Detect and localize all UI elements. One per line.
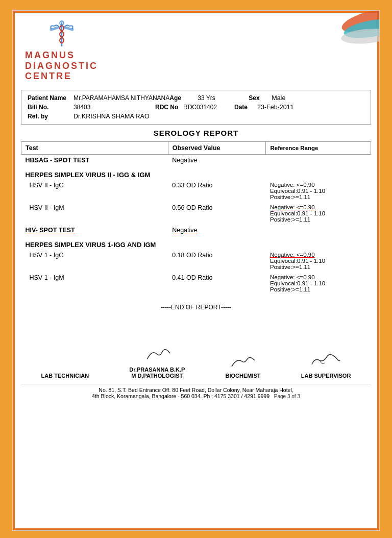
reference-range (266, 155, 371, 166)
brand-line2: DIAGNOSTIC (25, 61, 98, 71)
brand-line3: CENTRE (25, 71, 98, 82)
observed-value: 0.41 OD Ratio (168, 272, 266, 295)
table-row: HIV- SPOT TEST Negative (21, 225, 371, 236)
reference-range: Negative: <=0.90Equivocal:0.91 - 1.10Pos… (266, 202, 371, 225)
report-table: Test Observed Value Reference Range HBSA… (21, 141, 371, 295)
date-label: Date (234, 104, 257, 111)
table-row: HSV 1 - IgG 0.18 OD Ratio Negative: <=0.… (21, 250, 371, 272)
reference-range: Negative: <=0.90Equivocal:0.91 - 1.10Pos… (266, 180, 371, 202)
observed-value: 0.56 OD Ratio (168, 202, 266, 225)
col-test: Test (21, 142, 168, 155)
rdc-label: RDC No (155, 104, 183, 111)
test-name: HSV 1 - IgG (21, 250, 168, 272)
reference-range: Negative: <=0.90Equivocal:0.91 - 1.10Pos… (266, 272, 371, 295)
patient-info-box: Patient Name Mr.PARAMAHAMSA NITHYANANA A… (21, 90, 371, 125)
reference-range: Negative: <=0.90Equivocal:0.91 - 1.10Pos… (266, 250, 371, 272)
biochemist-label: BIOCHEMIST (226, 373, 261, 379)
patient-name-label: Patient Name (28, 94, 74, 102)
lab-tech-label: LAB TECHNICIAN (41, 373, 89, 379)
pathologist-name: Dr.PRASANNA B.K.P (129, 366, 185, 373)
section-header-label: HERPES SIMPLEX VIRUS 1-IGG AND IGM (21, 236, 371, 250)
report-title: SEROLOGY REPORT (21, 129, 371, 137)
sex-label: Sex (249, 94, 272, 102)
test-name: HSV II - IgM (21, 202, 168, 225)
patient-name-value: Mr.PARAMAHAMSA NITHYANANA (74, 94, 169, 102)
footer-address: No. 81, S.T. Bed Entrance Off. 80 Feet R… (21, 384, 371, 399)
brand-line1: MAGNUS (25, 50, 98, 61)
test-name: HBSAG - SPOT TEST (21, 155, 168, 166)
observed-value: Negative (168, 155, 266, 166)
test-name: HSV II - IgG (21, 180, 168, 202)
footer-address-line2: 4th Block, Koramangala, Bangalore - 560 … (92, 393, 270, 399)
lab-technician-block: LAB TECHNICIAN (41, 348, 89, 379)
age-label: Age (169, 94, 198, 102)
section-header-label: HERPES SIMPLEX VIRUS II - IGG & IGM (21, 166, 371, 180)
col-observed: Observed Value (168, 142, 266, 155)
table-row: HSV 1 - IgM 0.41 OD Ratio Negative: <=0.… (21, 272, 371, 295)
table-row: HSV II - IgM 0.56 OD Ratio Negative: <=0… (21, 202, 371, 225)
bill-label: Bill No. (28, 104, 74, 111)
age-value: 33 Yrs (198, 94, 249, 102)
observed-value: 0.18 OD Ratio (168, 250, 266, 272)
sex-value: Male (272, 94, 285, 102)
ref-label: Ref. by (28, 113, 74, 120)
test-name: HSV 1 - IgM (21, 272, 168, 295)
ref-value: Dr.KRISHNA SHAMA RAO (74, 113, 150, 120)
page-number: Page 3 of 3 (274, 394, 300, 399)
observed-value: 0.33 OD Ratio (168, 180, 266, 202)
table-row: HERPES SIMPLEX VIRUS 1-IGG AND IGM (21, 236, 371, 250)
lab-supervisor-label: LAB SUPERVISOR (301, 373, 351, 379)
observed-value: Negative (168, 225, 266, 236)
footer-address-line1: No. 81, S.T. Bed Entrance Off. 80 Feet R… (99, 387, 293, 393)
pathologist-title: M D,PATHOLOGIST (129, 373, 185, 379)
table-row: HERPES SIMPLEX VIRUS II - IGG & IGM (21, 166, 371, 180)
date-value: 23-Feb-2011 (257, 104, 294, 111)
col-reference: Reference Range (266, 142, 371, 155)
table-row: HBSAG - SPOT TEST Negative (21, 155, 371, 166)
bill-value: 38403 (74, 104, 155, 111)
biochemist-block: BIOCHEMIST (226, 348, 261, 379)
end-of-report: -----END OF REPORT----- (13, 304, 379, 311)
signature-area: LAB TECHNICIAN Dr.PRASANNA B.K.P M D,PAT… (21, 341, 371, 379)
table-row: HSV II - IgG 0.33 OD Ratio Negative: <=0… (21, 180, 371, 202)
pathologist-block: Dr.PRASANNA B.K.P M D,PATHOLOGIST (129, 341, 185, 379)
test-name: HIV- SPOT TEST (21, 225, 168, 236)
rdc-value: RDC031402 (183, 104, 234, 111)
lab-supervisor-block: LAB SUPERVISOR (301, 348, 351, 379)
reference-range (266, 225, 371, 236)
